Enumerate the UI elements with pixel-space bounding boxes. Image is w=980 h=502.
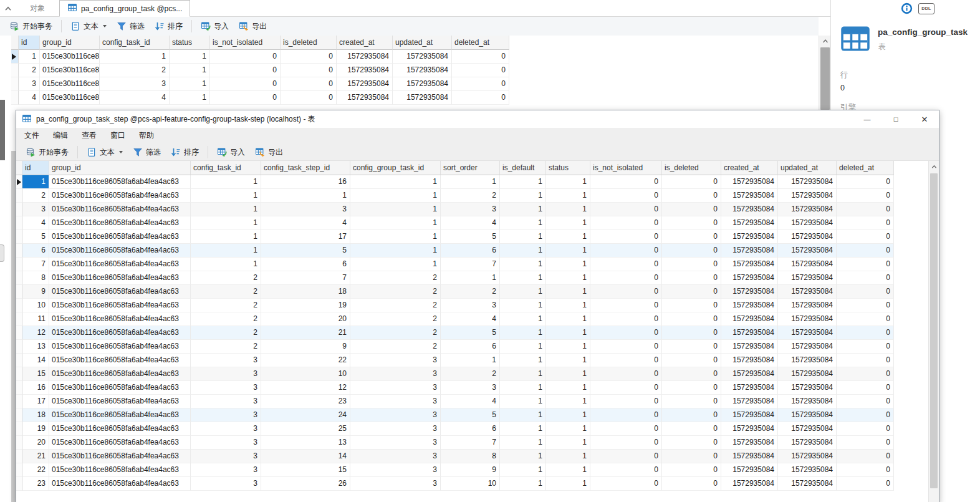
cell-updated_at[interactable]: 1572935084 bbox=[778, 326, 837, 340]
cell-created_at[interactable]: 1572935084 bbox=[721, 175, 778, 189]
cell-sort_order[interactable]: 9 bbox=[441, 463, 500, 477]
cell-is_deleted[interactable]: 0 bbox=[662, 299, 721, 312]
cell-config_task_step_id[interactable]: 6 bbox=[261, 258, 350, 271]
cell-created_at[interactable]: 1572935084 bbox=[337, 77, 393, 91]
row-header[interactable] bbox=[16, 477, 22, 491]
cell-config_task_id[interactable]: 1 bbox=[191, 230, 261, 244]
cell-status[interactable]: 1 bbox=[546, 326, 590, 340]
cell-status[interactable]: 1 bbox=[546, 463, 590, 477]
row-header[interactable] bbox=[11, 91, 19, 105]
cell-config_task_id[interactable]: 3 bbox=[191, 367, 261, 381]
cell-sort_order[interactable]: 3 bbox=[441, 299, 500, 312]
cell-id[interactable]: 8 bbox=[22, 271, 49, 285]
cell-group_id[interactable]: 015ce30b116ce86058fa6ab4fea4ac63 bbox=[49, 258, 191, 271]
cell-updated_at[interactable]: 1572935084 bbox=[778, 381, 837, 395]
cell-config_task_step_id[interactable]: 22 bbox=[261, 354, 350, 367]
column-header-config_task_id[interactable]: config_task_id bbox=[100, 36, 170, 50]
cell-is_default[interactable]: 1 bbox=[500, 450, 546, 463]
cell-config_group_task_id[interactable]: 3 bbox=[350, 408, 441, 422]
cell-is_deleted[interactable]: 0 bbox=[662, 312, 721, 326]
cell-is_deleted[interactable]: 0 bbox=[662, 189, 721, 203]
cell-config_task_id[interactable]: 1 bbox=[191, 216, 261, 230]
cell-status[interactable]: 1 bbox=[170, 91, 210, 105]
cell-is_deleted[interactable]: 0 bbox=[281, 50, 337, 64]
column-header-group_id[interactable]: group_id bbox=[49, 161, 191, 175]
cell-sort_order[interactable]: 7 bbox=[441, 258, 500, 271]
cell-group_id[interactable]: 015ce30b116ce86058fa6ab4fea4ac63 bbox=[40, 91, 100, 105]
cell-id[interactable]: 6 bbox=[22, 244, 49, 258]
cell-deleted_at[interactable]: 0 bbox=[837, 258, 894, 271]
cell-id[interactable]: 1 bbox=[19, 50, 40, 64]
cell-created_at[interactable]: 1572935084 bbox=[721, 408, 778, 422]
cell-created_at[interactable]: 1572935084 bbox=[721, 436, 778, 450]
cell-updated_at[interactable]: 1572935084 bbox=[778, 436, 837, 450]
cell-config_task_step_id[interactable]: 12 bbox=[261, 381, 350, 395]
cell-created_at[interactable]: 1572935084 bbox=[337, 91, 393, 105]
cell-is_not_isolated[interactable]: 0 bbox=[590, 367, 662, 381]
cell-created_at[interactable]: 1572935084 bbox=[337, 50, 393, 64]
cell-status[interactable]: 1 bbox=[546, 395, 590, 408]
cell-config_task_id[interactable]: 3 bbox=[191, 354, 261, 367]
scrollbar-thumb[interactable] bbox=[930, 173, 938, 488]
cell-updated_at[interactable]: 1572935084 bbox=[778, 312, 837, 326]
column-header-sort_order[interactable]: sort_order bbox=[441, 161, 500, 175]
cell-status[interactable]: 1 bbox=[546, 216, 590, 230]
cell-config_task_step_id[interactable]: 16 bbox=[261, 175, 350, 189]
cell-config_task_step_id[interactable]: 4 bbox=[261, 216, 350, 230]
cell-status[interactable]: 1 bbox=[170, 64, 210, 77]
column-header-config_task_step_id[interactable]: config_task_step_id bbox=[261, 161, 350, 175]
cell-created_at[interactable]: 1572935084 bbox=[721, 354, 778, 367]
cell-updated_at[interactable]: 1572935084 bbox=[778, 271, 837, 285]
menu-file[interactable]: 文件 bbox=[17, 128, 46, 143]
cell-updated_at[interactable]: 1572935084 bbox=[393, 50, 452, 64]
cell-status[interactable]: 1 bbox=[546, 258, 590, 271]
cell-status[interactable]: 1 bbox=[546, 381, 590, 395]
cell-sort_order[interactable]: 6 bbox=[441, 340, 500, 354]
cell-is_deleted[interactable]: 0 bbox=[662, 395, 721, 408]
cell-is_not_isolated[interactable]: 0 bbox=[210, 50, 281, 64]
row-header[interactable] bbox=[16, 175, 22, 189]
column-header-group_id[interactable]: group_id bbox=[40, 36, 100, 50]
column-header-is_not_isolated[interactable]: is_not_isolated bbox=[590, 161, 662, 175]
row-header[interactable] bbox=[16, 312, 22, 326]
cell-sort_order[interactable]: 10 bbox=[441, 477, 500, 491]
cell-is_default[interactable]: 1 bbox=[500, 340, 546, 354]
cell-is_default[interactable]: 1 bbox=[500, 354, 546, 367]
cell-group_id[interactable]: 015ce30b116ce86058fa6ab4fea4ac63 bbox=[49, 436, 191, 450]
row-header[interactable] bbox=[16, 189, 22, 203]
cell-is_default[interactable]: 1 bbox=[500, 381, 546, 395]
cell-is_not_isolated[interactable]: 0 bbox=[590, 175, 662, 189]
cell-is_default[interactable]: 1 bbox=[500, 367, 546, 381]
cell-sort_order[interactable]: 6 bbox=[441, 422, 500, 436]
cell-sort_order[interactable]: 4 bbox=[441, 312, 500, 326]
cell-deleted_at[interactable]: 0 bbox=[837, 312, 894, 326]
grid-corner[interactable] bbox=[16, 161, 22, 175]
cell-config_task_step_id[interactable]: 18 bbox=[261, 285, 350, 299]
row-header[interactable] bbox=[16, 354, 22, 367]
cell-is_default[interactable]: 1 bbox=[500, 326, 546, 340]
cell-is_default[interactable]: 1 bbox=[500, 395, 546, 408]
cell-id[interactable]: 10 bbox=[22, 299, 49, 312]
cell-group_id[interactable]: 015ce30b116ce86058fa6ab4fea4ac63 bbox=[49, 285, 191, 299]
cell-config_task_id[interactable]: 1 bbox=[191, 189, 261, 203]
cell-created_at[interactable]: 1572935084 bbox=[721, 189, 778, 203]
cell-group_id[interactable]: 015ce30b116ce86058fa6ab4fea4ac63 bbox=[49, 326, 191, 340]
cell-group_id[interactable]: 015ce30b116ce86058fa6ab4fea4ac63 bbox=[49, 203, 191, 216]
cell-is_default[interactable]: 1 bbox=[500, 312, 546, 326]
cell-id[interactable]: 4 bbox=[19, 91, 40, 105]
cell-status[interactable]: 1 bbox=[546, 230, 590, 244]
cell-group_id[interactable]: 015ce30b116ce86058fa6ab4fea4ac63 bbox=[49, 271, 191, 285]
cell-group_id[interactable]: 015ce30b116ce86058fa6ab4fea4ac63 bbox=[49, 216, 191, 230]
cell-is_deleted[interactable]: 0 bbox=[662, 450, 721, 463]
cell-is_default[interactable]: 1 bbox=[500, 285, 546, 299]
row-header[interactable] bbox=[16, 367, 22, 381]
cell-id[interactable]: 21 bbox=[22, 450, 49, 463]
cell-is_deleted[interactable]: 0 bbox=[662, 340, 721, 354]
cell-group_id[interactable]: 015ce30b116ce86058fa6ab4fea4ac63 bbox=[49, 408, 191, 422]
cell-created_at[interactable]: 1572935084 bbox=[721, 326, 778, 340]
export-button[interactable]: 导出 bbox=[251, 145, 287, 160]
import-button[interactable]: 导入 bbox=[196, 19, 233, 34]
cell-deleted_at[interactable]: 0 bbox=[837, 477, 894, 491]
cell-is_not_isolated[interactable]: 0 bbox=[590, 258, 662, 271]
cell-created_at[interactable]: 1572935084 bbox=[721, 367, 778, 381]
